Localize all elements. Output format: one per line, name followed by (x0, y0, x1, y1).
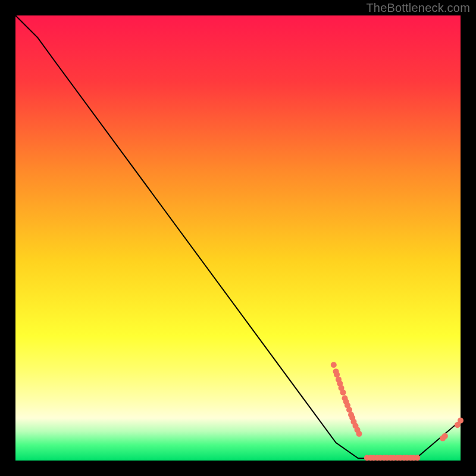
data-marker (458, 418, 464, 424)
bottleneck-chart (0, 0, 476, 476)
data-marker (442, 433, 448, 439)
data-marker (331, 362, 337, 368)
data-marker (414, 455, 420, 461)
data-marker (340, 390, 346, 396)
data-marker (356, 431, 362, 437)
watermark-text: TheBottleneck.com (366, 1, 470, 15)
chart-frame: TheBottleneck.com (0, 0, 476, 476)
plot-background (15, 15, 461, 461)
